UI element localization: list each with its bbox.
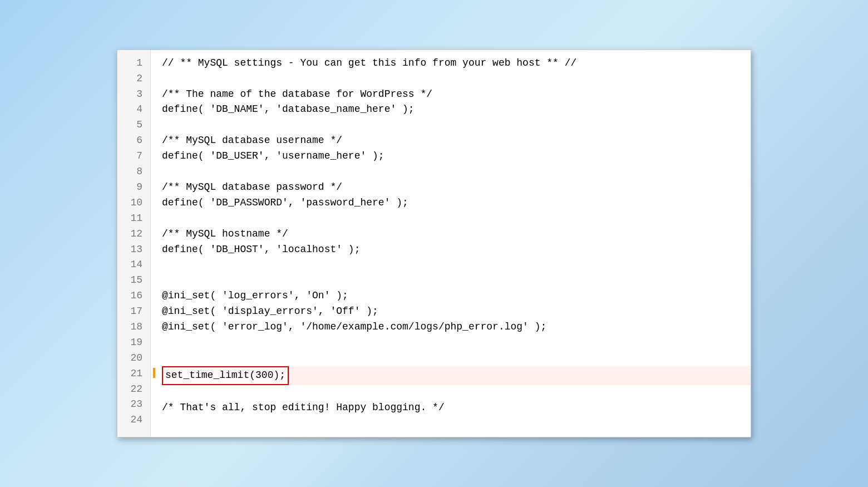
line-number-11: 11 [117, 211, 150, 227]
code-line-2 [162, 71, 751, 87]
line-number-7: 7 [117, 149, 150, 164]
code-line-9: /** MySQL database password */ [162, 180, 751, 195]
code-line-20 [162, 351, 751, 366]
code-line-16: @ini_set( 'log_errors', 'On' ); [162, 288, 751, 304]
code-line-18: @ini_set( 'error_log', '/home/example.co… [162, 319, 751, 335]
line-number-23: 23 [117, 397, 150, 412]
highlighted-code: set_time_limit(300); [162, 366, 289, 385]
code-line-17: @ini_set( 'display_errors', 'Off' ); [162, 304, 751, 319]
code-line-21: set_time_limit(300); [162, 366, 751, 385]
code-line-4: define( 'DB_NAME', 'database_name_here' … [162, 102, 751, 117]
code-line-24 [162, 416, 751, 431]
line-number-2: 2 [117, 71, 150, 87]
line-number-19: 19 [117, 335, 150, 351]
line-number-20: 20 [117, 351, 150, 366]
code-line-14 [162, 257, 751, 273]
line-number-17: 17 [117, 304, 150, 319]
line-number-3: 3 [117, 87, 150, 102]
code-line-8 [162, 164, 751, 180]
code-line-3: /** The name of the database for WordPre… [162, 87, 751, 102]
line-number-5: 5 [117, 117, 150, 133]
line-numbers: 123456789101112131415161718192021222324 [117, 50, 151, 437]
code-line-15 [162, 273, 751, 288]
code-line-10: define( 'DB_PASSWORD', 'password_here' )… [162, 195, 751, 211]
code-line-5 [162, 117, 751, 133]
line-number-12: 12 [117, 227, 150, 242]
line-indicator [153, 368, 155, 378]
line-number-9: 9 [117, 180, 150, 195]
line-number-10: 10 [117, 195, 150, 211]
line-number-21: 21 [117, 366, 150, 382]
code-area: 123456789101112131415161718192021222324 … [117, 50, 751, 437]
code-line-6: /** MySQL database username */ [162, 133, 751, 149]
line-number-8: 8 [117, 164, 150, 180]
code-line-23: /* That's all, stop editing! Happy blogg… [162, 400, 751, 416]
line-number-24: 24 [117, 412, 150, 428]
code-line-7: define( 'DB_USER', 'username_here' ); [162, 149, 751, 164]
line-number-18: 18 [117, 319, 150, 335]
code-line-11 [162, 211, 751, 227]
code-line-19 [162, 335, 751, 351]
code-line-1: // ** MySQL settings - You can get this … [162, 56, 751, 71]
editor-window: 123456789101112131415161718192021222324 … [117, 50, 751, 437]
line-number-13: 13 [117, 242, 150, 258]
line-number-1: 1 [117, 56, 150, 71]
line-number-4: 4 [117, 102, 150, 117]
line-number-22: 22 [117, 382, 150, 397]
code-line-13: define( 'DB_HOST', 'localhost' ); [162, 242, 751, 258]
line-number-6: 6 [117, 133, 150, 149]
code-line-22 [162, 385, 751, 401]
code-content[interactable]: // ** MySQL settings - You can get this … [151, 50, 751, 437]
line-number-14: 14 [117, 257, 150, 273]
line-number-16: 16 [117, 288, 150, 304]
line-number-15: 15 [117, 273, 150, 288]
code-line-12: /** MySQL hostname */ [162, 227, 751, 242]
